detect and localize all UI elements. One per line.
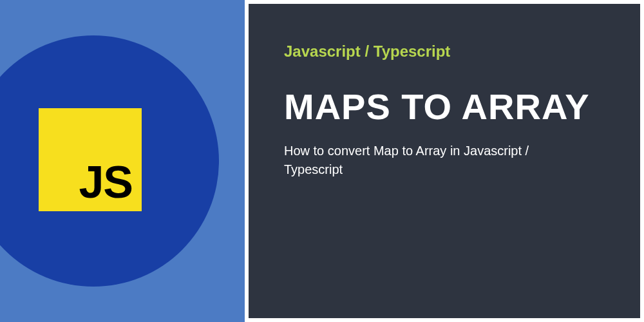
category-label: Javascript / Typescript xyxy=(284,43,605,61)
subtitle-text: How to convert Map to Array in Javascrip… xyxy=(284,142,554,179)
main-title: MAPS TO ARRAY xyxy=(284,89,605,125)
js-logo-text: JS xyxy=(79,160,133,205)
left-panel: JS xyxy=(0,0,245,322)
right-panel: Javascript / Typescript MAPS TO ARRAY Ho… xyxy=(245,0,644,322)
js-logo-badge: JS xyxy=(39,108,142,211)
